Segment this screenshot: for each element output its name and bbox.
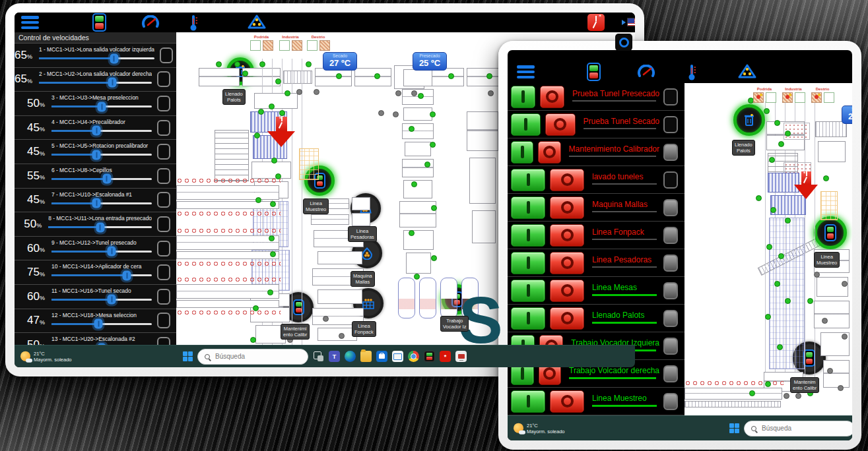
speed-slider[interactable] [51,323,152,325]
start-button[interactable] [511,307,545,330]
slider-thumb[interactable] [96,222,104,232]
line-checkbox[interactable] [663,282,678,299]
slider-thumb[interactable] [102,174,111,184]
speed-checkbox[interactable] [157,192,170,208]
taskbar-icon-explorer[interactable] [360,351,372,362]
start-stop-icon[interactable] [92,13,106,32]
menu-icon[interactable] [21,16,39,29]
palot-flow-icon[interactable] [737,64,757,80]
speed-checkbox[interactable] [157,120,170,136]
speed-checkbox[interactable] [160,47,173,63]
start-button[interactable] [511,113,541,136]
line-checkbox[interactable] [663,116,678,133]
taskbar-icon-teams[interactable]: T [329,351,340,362]
line-checkbox[interactable] [663,393,678,410]
stop-button[interactable] [550,169,584,191]
slider-thumb[interactable] [92,150,101,160]
disconnect-alarm-icon[interactable]: * [587,14,605,31]
slider-thumb[interactable] [108,247,116,256]
stop-button[interactable] [545,113,575,136]
line-checkbox[interactable] [663,144,678,161]
start-button[interactable] [511,252,545,274]
stop-button[interactable] [540,86,564,108]
slider-thumb[interactable] [108,295,116,305]
weather-widget[interactable]: 21°CMayorm. soleado [20,350,72,363]
thermometer-icon[interactable] [688,63,696,80]
start-button-windows[interactable] [183,351,193,361]
start-button[interactable] [511,196,545,219]
stop-button[interactable] [550,196,584,219]
taskbar-icon-scada-app[interactable] [424,351,435,362]
line-checkbox[interactable] [663,171,678,189]
stop-button[interactable] [550,390,584,413]
speed-slider[interactable] [51,274,152,276]
start-button[interactable] [511,280,545,302]
search-input[interactable] [214,352,286,361]
slider-thumb[interactable] [110,53,118,63]
line-checkbox[interactable] [663,255,678,272]
speed-slider[interactable] [39,57,154,59]
slider-thumb[interactable] [94,319,103,329]
line-checkbox[interactable] [663,310,678,327]
stop-button[interactable] [538,141,560,164]
stop-button[interactable] [550,224,584,247]
speed-slider[interactable] [51,299,152,301]
start-button-windows[interactable] [729,423,739,433]
slider-thumb[interactable] [108,78,117,88]
stop-button[interactable] [550,280,584,302]
speed-slider[interactable] [51,130,152,132]
taskbar-search[interactable] [197,349,308,365]
start-button[interactable] [511,390,545,413]
line-checkbox[interactable] [663,227,678,244]
menu-icon[interactable] [517,65,535,78]
taskbar-icon-taskview[interactable] [313,351,324,362]
speed-checkbox[interactable] [157,96,170,111]
slider-thumb[interactable] [92,126,101,136]
start-button[interactable] [511,141,533,164]
speed-checkbox[interactable] [157,313,170,328]
language-flag-icon[interactable] [622,18,635,26]
taskbar-search[interactable] [744,421,852,436]
taskbar-icon-store[interactable] [376,351,387,362]
speed-checkbox[interactable] [157,168,170,184]
start-stop-icon[interactable] [587,63,601,81]
line-checkbox[interactable] [663,199,678,216]
thermometer-icon[interactable] [190,14,198,31]
start-button[interactable] [511,224,545,247]
line-checkbox[interactable] [663,338,678,355]
station-llenado-palots-icon[interactable] [733,104,765,136]
line-checkbox[interactable] [663,365,678,382]
speed-slider[interactable] [39,82,152,84]
start-button[interactable] [511,169,545,191]
speed-checkbox[interactable] [157,289,170,305]
taskbar-icon-remote-app[interactable] [455,351,467,362]
stop-button[interactable] [550,307,584,330]
slider-thumb[interactable] [92,198,101,208]
speed-checkbox[interactable] [157,71,170,87]
speed-checkbox[interactable] [157,337,170,345]
stop-button[interactable] [550,252,584,274]
taskbar-icon-chrome[interactable] [408,351,419,362]
speed-checkbox[interactable] [157,216,170,232]
speed-gauge-icon[interactable] [637,65,655,79]
disconnect-arrow-icon[interactable]: * [794,171,818,199]
start-button[interactable] [511,86,535,108]
taskbar-icon-alarm-app[interactable]: * [440,351,451,362]
weather-widget[interactable]: 21°CMayorm. soleado [514,422,565,435]
speed-slider[interactable] [51,154,152,156]
camera-icon[interactable] [615,34,632,51]
slider-thumb[interactable] [123,270,131,280]
speed-slider[interactable] [48,226,152,228]
disconnect-arrow-icon[interactable]: * [267,117,295,147]
taskbar-icon-mail[interactable] [392,351,403,362]
speed-slider[interactable] [51,105,152,107]
speed-checkbox[interactable] [157,264,170,280]
line-checkbox[interactable] [663,88,678,105]
speed-slider[interactable] [51,251,152,253]
slider-thumb[interactable] [98,102,106,111]
palot-flow-icon[interactable] [247,15,267,30]
taskbar-icon-edge[interactable] [345,351,356,362]
speed-checkbox[interactable] [157,144,170,160]
speed-checkbox[interactable] [157,241,170,256]
search-input[interactable] [760,424,833,433]
